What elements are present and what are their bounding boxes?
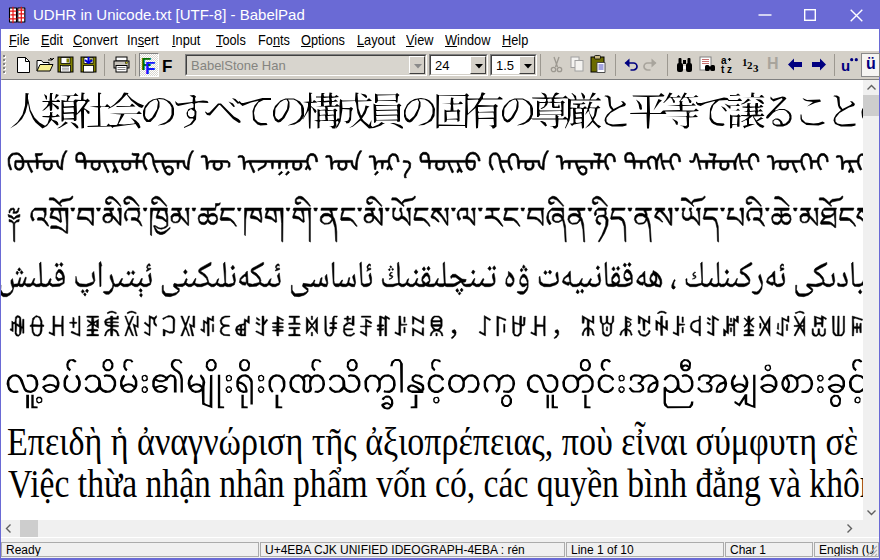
svg-text:3: 3 <box>753 62 759 74</box>
svg-text:z: z <box>727 64 732 75</box>
